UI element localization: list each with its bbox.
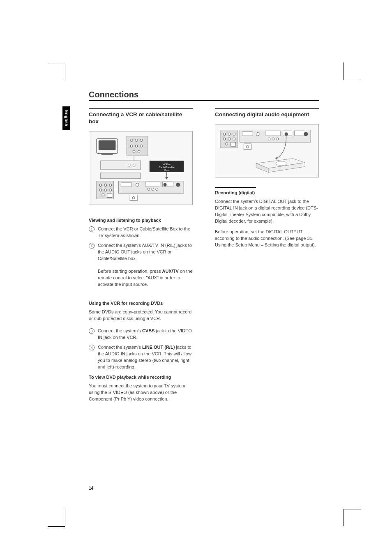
svg-rect-37 bbox=[107, 193, 112, 197]
svg-rect-38 bbox=[130, 195, 137, 200]
svg-point-24 bbox=[148, 188, 150, 190]
svg-point-51 bbox=[268, 138, 270, 140]
svg-point-4 bbox=[130, 139, 133, 141]
step-1-text: Connect the VCR or Cable/Satellite Box t… bbox=[98, 226, 193, 239]
page-number: 14 bbox=[89, 486, 93, 491]
svg-point-55 bbox=[304, 132, 308, 136]
svg-point-31 bbox=[104, 184, 107, 186]
step-2: 2 Connect the system's AUX/TV IN (R/L) j… bbox=[89, 242, 193, 288]
subheading-recording: Recording (digital) bbox=[215, 190, 319, 195]
svg-point-14 bbox=[128, 164, 130, 166]
svg-point-34 bbox=[104, 189, 107, 191]
svg-point-30 bbox=[99, 184, 102, 186]
svg-point-32 bbox=[109, 184, 112, 186]
step-1: 1 Connect the VCR or Cable/Satellite Box… bbox=[89, 226, 193, 239]
svg-point-10 bbox=[133, 150, 135, 153]
subheading-view-playback: To view DVD playback while recording bbox=[89, 375, 193, 380]
page-title: Connections bbox=[89, 90, 319, 99]
svg-point-47 bbox=[256, 132, 259, 136]
svg-point-36 bbox=[102, 193, 104, 196]
step-4: 4 Connect the system's LINE OUT (R/L) ja… bbox=[89, 344, 193, 371]
svg-rect-48 bbox=[266, 131, 281, 136]
svg-point-21 bbox=[136, 183, 139, 186]
svg-point-58 bbox=[228, 133, 231, 135]
svg-marker-43 bbox=[165, 177, 168, 180]
svg-rect-50 bbox=[294, 131, 305, 136]
title-rule bbox=[89, 100, 319, 101]
left-column: Connecting a VCR or cable/satellite box bbox=[89, 108, 193, 407]
sub-rule bbox=[89, 298, 152, 298]
heading-rule bbox=[215, 108, 319, 109]
recording-para-2: Before operation, set the DIGITAL OUTPUT… bbox=[215, 229, 319, 249]
svg-text:Box: Box bbox=[164, 169, 168, 171]
step-number-icon: 3 bbox=[89, 328, 95, 334]
svg-point-57 bbox=[223, 133, 226, 135]
language-tab-label: English bbox=[64, 110, 69, 127]
step-4-text: Connect the system's LINE OUT (R/L) jack… bbox=[98, 344, 193, 371]
svg-point-27 bbox=[164, 183, 167, 186]
svg-point-5 bbox=[135, 139, 138, 141]
svg-point-52 bbox=[272, 138, 274, 140]
view-playback-note: You must connect the system to your TV s… bbox=[89, 383, 193, 403]
svg-point-28 bbox=[176, 182, 180, 187]
svg-rect-18 bbox=[101, 173, 141, 179]
diagram-box-label: VCR or bbox=[163, 163, 171, 166]
step-2-text: Connect the system's AUX/TV IN (R/L) jac… bbox=[98, 242, 193, 288]
sub-rule bbox=[89, 215, 152, 215]
svg-point-6 bbox=[140, 139, 143, 141]
step-3-text: Connect the system's CVBS jack to the VI… bbox=[98, 328, 193, 341]
svg-point-35 bbox=[109, 189, 112, 191]
svg-point-62 bbox=[233, 138, 235, 140]
section-heading-vcr: Connecting a VCR or cable/satellite box bbox=[89, 111, 193, 125]
step-number-icon: 4 bbox=[89, 345, 95, 350]
content-area: English Connections Connecting a VCR or … bbox=[89, 90, 319, 407]
sub-rule bbox=[215, 187, 256, 188]
svg-rect-46 bbox=[242, 131, 253, 136]
svg-point-7 bbox=[130, 145, 133, 147]
svg-point-63 bbox=[226, 143, 228, 145]
step-3: 3 Connect the system's CVBS jack to the … bbox=[89, 328, 193, 341]
language-tab: English bbox=[62, 106, 70, 130]
svg-rect-22 bbox=[145, 182, 160, 187]
svg-point-71 bbox=[275, 157, 277, 159]
svg-rect-64 bbox=[231, 142, 236, 146]
diagram-digital-connection bbox=[215, 124, 319, 177]
svg-point-61 bbox=[228, 138, 231, 140]
subheading-using-vcr: Using the VCR for recording DVDs bbox=[89, 301, 193, 306]
svg-rect-20 bbox=[121, 182, 131, 187]
subheading-viewing: Viewing and listening to playback bbox=[89, 218, 193, 223]
svg-point-13 bbox=[133, 164, 135, 166]
svg-point-9 bbox=[140, 145, 143, 147]
svg-rect-1 bbox=[99, 140, 116, 150]
svg-point-70 bbox=[276, 161, 287, 166]
svg-point-33 bbox=[99, 189, 102, 191]
svg-point-60 bbox=[223, 138, 226, 140]
right-column: Connecting digital audio equipment bbox=[215, 108, 319, 407]
svg-point-59 bbox=[233, 133, 235, 135]
diagram-vcr-connection: VCR or Cable/Satellite Box bbox=[89, 131, 193, 205]
recording-para-1: Connect the system's DIGITAL OUT jack to… bbox=[215, 198, 319, 225]
svg-point-54 bbox=[285, 132, 288, 136]
heading-rule bbox=[89, 108, 193, 109]
step-number-icon: 2 bbox=[89, 243, 95, 249]
svg-point-26 bbox=[156, 188, 158, 190]
svg-point-8 bbox=[135, 145, 138, 147]
section-heading-digital: Connecting digital audio equipment bbox=[215, 111, 319, 118]
svg-point-11 bbox=[138, 150, 140, 153]
svg-text:Cable/Satellite: Cable/Satellite bbox=[159, 166, 175, 168]
copy-protected-note: Some DVDs are copy-protected. You cannot… bbox=[89, 309, 193, 322]
svg-rect-65 bbox=[244, 144, 251, 150]
svg-rect-2 bbox=[101, 153, 113, 155]
svg-point-53 bbox=[276, 138, 279, 140]
step-number-icon: 1 bbox=[89, 226, 95, 232]
svg-point-25 bbox=[152, 188, 154, 190]
